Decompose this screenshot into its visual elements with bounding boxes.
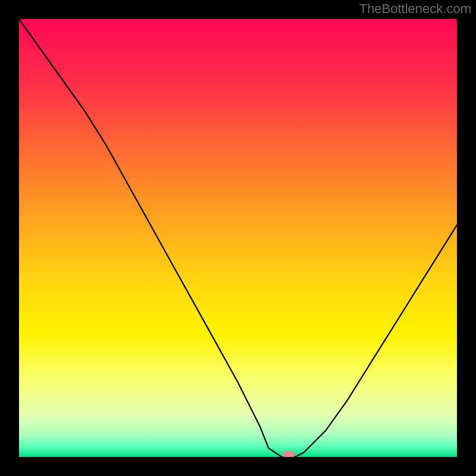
bottleneck-curve — [19, 19, 457, 457]
watermark: TheBottleneck.com — [359, 1, 471, 17]
plot-area — [19, 19, 457, 457]
optimal-marker — [283, 451, 295, 457]
